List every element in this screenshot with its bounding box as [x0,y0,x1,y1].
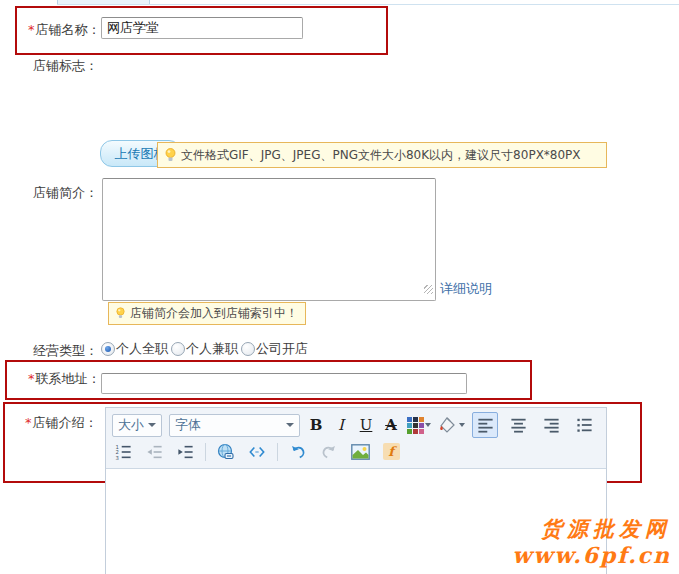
chevron-down-icon [148,423,156,427]
align-right-button[interactable] [538,412,564,438]
lightbulb-icon [165,148,176,163]
chevron-down-icon [286,423,294,427]
watermark-line2: www.6pf.cn [512,542,671,568]
align-center-icon [510,417,527,433]
bullet-list-icon [576,417,593,433]
lightbulb-icon [116,306,125,321]
bullet-list-button[interactable] [571,412,597,438]
align-left-button[interactable] [472,412,498,438]
shop-settings-form: *店铺名称： 店铺标志： 上传图标 文件格式GIF、JPG、JPEG、PNG文件… [0,0,679,574]
shop-name-input[interactable] [101,17,303,39]
required-asterisk: * [28,371,35,386]
required-asterisk: * [25,415,32,430]
align-right-icon [543,417,560,433]
watermark-line1: 货源批发网 [512,516,671,541]
font-color-button[interactable] [407,417,431,434]
font-size-dropdown[interactable]: 大小 [112,414,162,437]
upload-format-tip: 文件格式GIF、JPG、JPEG、PNG文件大小80K以内，建议尺寸80PX*8… [157,142,607,168]
strikethrough-button[interactable]: A [382,416,400,434]
radio-button-icon [241,342,255,356]
source-code-button[interactable] [246,441,268,463]
svg-text:3: 3 [115,454,118,459]
shop-name-label: *店铺名称： [28,21,101,39]
insert-link-button[interactable] [215,441,237,463]
flash-icon: f [383,443,400,460]
editor-toolbar: 大小 字体 B I U A [106,408,606,469]
ordered-list-icon: 123 [115,444,132,460]
align-left-icon [477,417,494,433]
chevron-down-icon [459,423,465,427]
site-watermark: 货源批发网 www.6pf.cn [512,516,671,568]
bold-button[interactable]: B [307,416,325,434]
toolbar-row-2: 123 [112,439,600,464]
font-family-dropdown[interactable]: 字体 [169,414,300,437]
underline-button[interactable]: U [357,416,375,434]
top-tab-divider [57,4,679,5]
insert-flash-button[interactable]: f [380,441,402,463]
globe-link-icon [217,443,235,461]
ordered-list-button[interactable]: 123 [112,441,134,463]
image-icon [351,444,370,460]
shop-intro-textarea[interactable] [102,178,436,301]
business-type-options: 个人全职 个人兼职 公司开店 [101,340,308,358]
align-center-button[interactable] [505,412,531,438]
insert-image-button[interactable] [349,441,371,463]
contact-address-label: *联系地址： [28,370,101,388]
outdent-button[interactable] [143,441,165,463]
shop-desc-label: *店铺介绍： [25,414,98,432]
toolbar-row-1: 大小 字体 B I U A [112,411,600,439]
detail-link[interactable]: 详细说明 [440,280,492,298]
radio-option-part-time[interactable]: 个人兼职 [171,340,238,358]
shop-intro-label: 店铺简介： [33,184,98,202]
indent-button[interactable] [174,441,196,463]
radio-option-full-time[interactable]: 个人全职 [101,340,168,358]
redo-arrow-icon [320,444,338,460]
toolbar-separator [277,443,278,461]
radio-button-icon [171,342,185,356]
radio-option-company[interactable]: 公司开店 [241,340,308,358]
fill-color-button[interactable] [438,416,465,434]
contact-address-input[interactable] [101,373,467,394]
outdent-icon [146,444,163,460]
radio-button-icon [101,342,115,356]
redo-button[interactable] [318,441,340,463]
undo-arrow-icon [289,444,307,460]
paint-bucket-icon [438,416,458,434]
code-icon [248,444,266,460]
indent-icon [177,444,194,460]
business-type-label: 经营类型： [33,342,98,360]
textarea-resize-grip[interactable] [424,285,433,294]
toolbar-separator [205,443,206,461]
shop-logo-label: 店铺标志： [33,57,98,75]
italic-button[interactable]: I [332,416,350,434]
chevron-down-icon [425,423,431,427]
required-asterisk: * [28,22,35,37]
undo-button[interactable] [287,441,309,463]
intro-index-tip: 店铺简介会加入到店铺索引中！ [108,302,306,325]
color-palette-icon [407,417,424,434]
